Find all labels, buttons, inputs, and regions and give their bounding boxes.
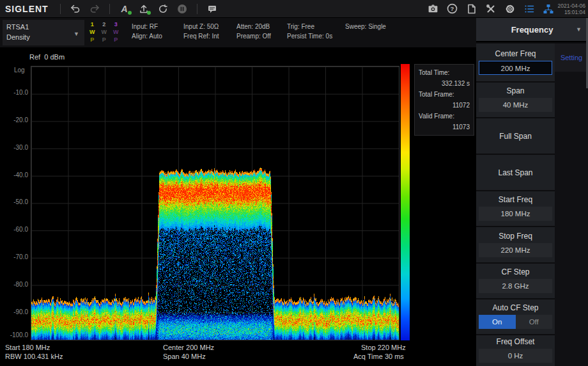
status-field-impedance: Input Z: 50Ω Freq Ref: Int [183, 22, 219, 41]
trace-type: W [89, 28, 95, 36]
menu-label: Start Freq [476, 194, 555, 205]
panel-tab-strip: Setting [555, 44, 588, 366]
trace-detector: P [114, 36, 118, 44]
tools-icon[interactable] [481, 1, 500, 17]
help-icon[interactable]: ? [443, 1, 462, 17]
last-span-button[interactable]: Last Span [476, 168, 555, 177]
lan-icon[interactable] [539, 1, 558, 17]
toggle-on-button[interactable]: On [479, 315, 516, 329]
menu-item-cf-step[interactable]: CF Step 2.8 GHz [476, 264, 555, 298]
toolbar-separator [197, 4, 197, 14]
remark-icon[interactable] [203, 1, 222, 17]
redo-icon[interactable] [85, 1, 104, 17]
siglent-logo: SIGLENT [0, 4, 55, 14]
density-colorbar [401, 64, 410, 340]
y-tick: -60.0 [0, 226, 28, 233]
ref-label: Ref [29, 53, 40, 61]
menu-item-auto-cf-step[interactable]: Auto CF Step On Off [476, 299, 555, 334]
menu-item-full-span[interactable]: Full Span [476, 118, 555, 154]
status-line: Sweep: Single [345, 22, 386, 31]
status-line: Persist Time: 0s [287, 31, 332, 41]
status-bar: RTSA1 Density ▼ 1 W P 2 W P 3 W P Input:… [0, 18, 476, 47]
trace-num: 1 [91, 20, 94, 28]
mode-line1: RTSA1 [6, 22, 81, 32]
auto-cf-step-toggle: On Off [479, 315, 552, 329]
status-field-input: Input: RF Align: Auto [132, 22, 162, 41]
frame-info-box: Total Time: 332.132 s Total Frame: 11072… [414, 64, 474, 136]
center-freq-value[interactable]: 200 MHz [479, 61, 552, 75]
undo-icon[interactable] [66, 1, 85, 17]
file-icon[interactable] [462, 1, 481, 17]
trace-1-indicator[interactable]: 1 W P [89, 20, 95, 44]
status-line: Input Z: 50Ω [183, 22, 219, 31]
span-readout: Span 40 MHz [163, 353, 206, 360]
svg-text:?: ? [451, 5, 454, 12]
analyzer-screen: SIGLENT A ? [0, 0, 588, 366]
menu-label: CF Step [476, 266, 555, 278]
rbw-readout: RBW 100.431 kHz [5, 353, 63, 360]
menu-item-start-freq[interactable]: Start Freq 180 MHz [476, 191, 555, 226]
y-tick: -30.0 [0, 144, 28, 151]
info-value: 11072 [419, 100, 470, 111]
start-freq-readout: Start 180 MHz [5, 344, 50, 351]
center-freq-readout: Center 200 MHz [163, 344, 214, 351]
mode-dropdown[interactable]: RTSA1 Density ▼ [3, 20, 84, 45]
status-line: Input: RF [132, 22, 162, 31]
stop-freq-readout: Stop 220 MHz [361, 344, 406, 351]
y-tick: -100.0 [0, 331, 28, 338]
status-line: Trig: Free [287, 22, 332, 31]
menu-label: Center Freq [476, 48, 555, 60]
cf-step-value[interactable]: 2.8 GHz [479, 279, 552, 293]
info-label: Total Frame: [419, 89, 470, 100]
tab-setting[interactable]: Setting [555, 44, 588, 72]
y-tick: -50.0 [0, 198, 28, 205]
toolbar-separator [109, 4, 110, 14]
ref-value: 0 dBm [44, 53, 65, 61]
auto-tune-icon[interactable]: A [115, 1, 134, 17]
menu-label: Span [476, 85, 555, 97]
info-value: 11073 [419, 122, 470, 132]
trace-2-indicator[interactable]: 2 W P [102, 20, 107, 44]
spectrum-plot[interactable] [31, 66, 399, 340]
trace-3-indicator[interactable]: 3 W P [113, 20, 119, 44]
status-line: Atten: 20dB [236, 22, 271, 31]
status-line: Freq Ref: Int [183, 31, 219, 41]
scale-label: Log [14, 67, 25, 74]
toggle-off-button[interactable]: Off [516, 315, 553, 329]
side-panel: Frequency ▼ Center Freq 200 MHz Span 40 … [476, 18, 588, 366]
trace-indicators: 1 W P 2 W P 3 W P [89, 20, 119, 44]
toolbar-separator [60, 4, 61, 14]
status-field-sweep: Sweep: Single [345, 22, 386, 31]
freq-offset-value[interactable]: 0 Hz [479, 349, 552, 363]
menu-item-span[interactable]: Span 40 MHz [476, 83, 555, 117]
chevron-down-icon: ▼ [74, 29, 79, 39]
pause-icon[interactable] [173, 1, 192, 17]
menu-list-icon[interactable] [520, 1, 539, 17]
screenshot-icon[interactable] [424, 1, 443, 17]
ref-level: Ref 0 dBm [29, 53, 65, 61]
menu-item-stop-freq[interactable]: Stop Freq 220 MHz [476, 227, 555, 262]
menu-label: Stop Freq [476, 230, 555, 242]
full-span-button[interactable]: Full Span [476, 132, 555, 141]
y-tick: -40.0 [0, 171, 28, 179]
panel-menu: Center Freq 200 MHz Span 40 MHz Full Spa… [476, 44, 555, 366]
toolbar: SIGLENT A ? [0, 0, 588, 18]
status-field-atten: Atten: 20dB Preamp: Off [236, 22, 271, 41]
menu-label: Auto CF Step [476, 302, 555, 314]
y-tick: -20.0 [0, 116, 28, 123]
menu-item-freq-offset[interactable]: Freq Offset 0 Hz [476, 335, 555, 366]
span-value[interactable]: 40 MHz [479, 98, 552, 112]
menu-item-last-span[interactable]: Last Span [476, 155, 555, 190]
y-tick: -90.0 [0, 308, 28, 315]
density-canvas [31, 67, 399, 340]
menu-item-center-freq[interactable]: Center Freq 200 MHz [476, 44, 555, 81]
start-freq-value[interactable]: 180 MHz [479, 207, 552, 221]
trace-type: W [102, 28, 107, 36]
restore-icon[interactable] [153, 1, 173, 17]
settings-gear-icon[interactable] [500, 1, 520, 17]
panel-title-dropdown[interactable]: Frequency ▼ [476, 18, 588, 42]
status-field-trig: Trig: Free Persist Time: 0s [287, 22, 332, 41]
preset-icon[interactable] [134, 1, 153, 17]
stop-freq-value[interactable]: 220 MHz [479, 243, 552, 257]
panel-title: Frequency [511, 25, 553, 35]
